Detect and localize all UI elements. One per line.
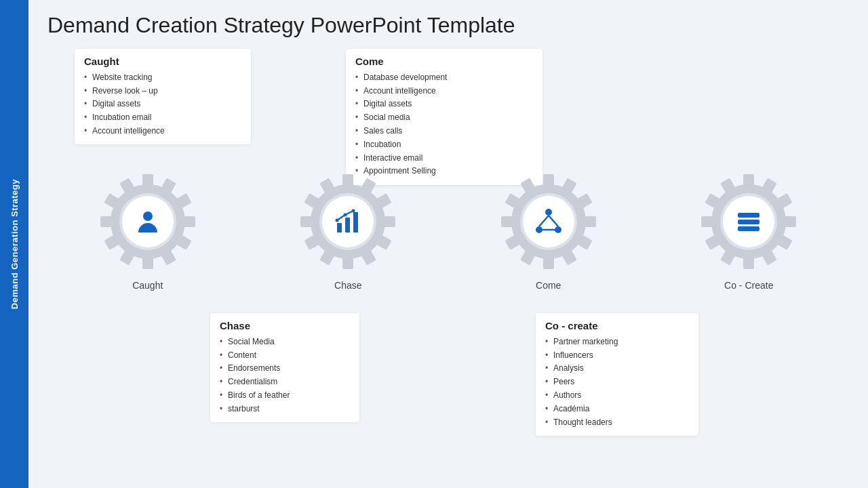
- svg-rect-22: [383, 216, 395, 227]
- list-item: Social media: [355, 111, 533, 125]
- cocreate-box: Co - create Partner marketing Influencer…: [536, 313, 698, 436]
- gears-row: Caught: [47, 167, 849, 291]
- caught-title: Caught: [84, 56, 241, 67]
- svg-point-35: [344, 214, 347, 217]
- svg-rect-64: [784, 216, 796, 227]
- chase-icon: [331, 205, 365, 239]
- svg-line-56: [549, 216, 558, 226]
- come-box: Come Database development Account intell…: [346, 49, 542, 184]
- svg-rect-40: [543, 174, 554, 186]
- list-item: starburst: [220, 402, 350, 415]
- list-item: Interactive email: [355, 151, 533, 165]
- svg-point-36: [352, 209, 355, 213]
- gear-chase-label: Chase: [334, 280, 361, 291]
- list-item: Incubation email: [84, 111, 241, 125]
- caught-list: Website tracking Reverse look – up Digit…: [84, 70, 241, 138]
- list-item: Académia: [545, 402, 689, 415]
- svg-rect-73: [738, 226, 760, 231]
- chase-title: Chase: [220, 320, 350, 331]
- list-item: Sales calls: [355, 125, 533, 138]
- svg-rect-75: [738, 213, 760, 218]
- gear-caught-wrapper: [94, 167, 202, 276]
- svg-rect-33: [353, 212, 358, 232]
- svg-rect-61: [743, 174, 754, 186]
- list-item: Content: [220, 348, 350, 362]
- gear-cocreate-label: Co - Create: [724, 280, 773, 291]
- caught-box: Caught Website tracking Reverse look – u…: [75, 49, 251, 144]
- sidebar: Demand Generation Strategy: [0, 0, 28, 488]
- cocreate-icon: [732, 205, 766, 239]
- chase-list: Social Media Content Endorsements Creden…: [220, 335, 350, 415]
- list-item: Incubation: [355, 138, 533, 151]
- svg-rect-46: [543, 257, 554, 269]
- main-content: Demand Creation Strategy PowerPoint Temp…: [28, 0, 868, 488]
- svg-rect-6: [183, 216, 195, 227]
- list-item: Thought leaders: [545, 415, 689, 429]
- gear-cocreate-wrapper: [694, 167, 803, 276]
- caught-icon: [131, 205, 165, 239]
- list-item: Account intelligence: [355, 84, 533, 98]
- svg-rect-3: [142, 174, 153, 186]
- svg-rect-25: [342, 257, 353, 269]
- list-item: Authors: [545, 389, 689, 403]
- list-item: Account intelligence: [84, 125, 241, 138]
- list-item: Analysis: [545, 362, 689, 375]
- list-item: Digital assets: [84, 98, 241, 111]
- gear-chase-wrapper: [294, 167, 402, 276]
- svg-rect-74: [738, 220, 760, 224]
- list-item: Endorsements: [220, 362, 350, 375]
- list-item: Social Media: [220, 335, 350, 348]
- come-title: Come: [355, 56, 533, 67]
- gear-chase: Chase: [280, 167, 416, 291]
- gear-come-wrapper: [494, 167, 603, 276]
- svg-rect-9: [142, 257, 153, 269]
- list-item: Digital assets: [355, 98, 533, 111]
- svg-rect-31: [337, 223, 342, 232]
- gear-come: Come: [481, 167, 616, 291]
- cocreate-list: Partner marketing Influencers Analysis P…: [545, 335, 689, 429]
- svg-rect-67: [743, 257, 754, 269]
- list-item: Partner marketing: [545, 335, 689, 348]
- svg-rect-43: [584, 216, 596, 227]
- svg-point-15: [143, 211, 153, 221]
- list-item: Credentialism: [220, 375, 350, 389]
- sidebar-label: Demand Generation Strategy: [9, 179, 20, 309]
- svg-rect-49: [501, 216, 513, 227]
- list-item: Peers: [545, 375, 689, 389]
- cocreate-title: Co - create: [545, 320, 689, 331]
- chase-box: Chase Social Media Content Endorsements …: [210, 313, 359, 422]
- list-item: Database development: [355, 70, 533, 84]
- gear-cocreate: Co - Create: [681, 167, 816, 291]
- layout: Caught Website tracking Reverse look – u…: [47, 49, 849, 488]
- svg-rect-70: [701, 216, 713, 227]
- come-icon: [532, 205, 566, 239]
- svg-line-55: [539, 216, 549, 226]
- svg-rect-19: [342, 174, 353, 186]
- list-item: Website tracking: [84, 70, 241, 84]
- svg-rect-32: [345, 218, 350, 232]
- page-title: Demand Creation Strategy PowerPoint Temp…: [47, 12, 849, 38]
- list-item: Influencers: [545, 348, 689, 362]
- list-item: Reverse look – up: [84, 84, 241, 98]
- list-item: Birds of a feather: [220, 389, 350, 403]
- svg-rect-28: [300, 216, 313, 227]
- gear-caught: Caught: [80, 167, 216, 291]
- svg-point-34: [336, 219, 339, 222]
- gear-caught-label: Caught: [132, 280, 163, 291]
- svg-rect-12: [100, 216, 113, 227]
- svg-point-52: [545, 209, 552, 216]
- come-list: Database development Account intelligenc…: [355, 70, 533, 178]
- gear-come-label: Come: [536, 280, 561, 291]
